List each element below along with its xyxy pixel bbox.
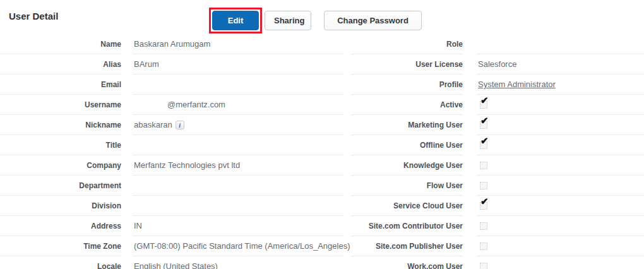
field-label: Knowledge User xyxy=(351,155,463,176)
field-value-cell: IN xyxy=(133,216,344,236)
field-value: (GMT-08:00) Pacific Standard Time (Ameri… xyxy=(134,241,350,251)
field-value: IN xyxy=(134,221,142,230)
toolbar: Edit Sharing Change Password xyxy=(209,8,422,33)
change-password-button[interactable]: Change Password xyxy=(324,11,422,30)
field-value-cell xyxy=(477,256,644,269)
checkbox-checked-icon: ✔ xyxy=(480,101,487,109)
field-value-cell xyxy=(477,155,644,176)
field-value: Baskaran Arumugam xyxy=(134,39,210,49)
field-label: Time Zone xyxy=(0,236,121,256)
field-value: @merfantz.com xyxy=(134,100,225,109)
check-icon: ✔ xyxy=(480,136,489,145)
check-icon: ✔ xyxy=(480,196,489,206)
field-label: Nickname xyxy=(0,115,121,135)
checkbox-unchecked-icon xyxy=(480,263,487,269)
field-label: Site.com Publisher User xyxy=(351,236,463,256)
user-detail-page: User Detail Edit Sharing Change Password… xyxy=(0,0,644,269)
field-value: BArum xyxy=(134,59,159,69)
field-value-cell: ✔ xyxy=(477,196,644,216)
field-value: Merfantz Technologies pvt ltd xyxy=(134,160,240,170)
field-label: Division xyxy=(0,196,121,216)
field-label: Site.com Contributor User xyxy=(351,216,463,236)
user-detail-table: NameBaskaran ArumugamRoleAliasBArumUser … xyxy=(0,34,644,269)
field-value-cell xyxy=(477,236,644,256)
edit-button[interactable]: Edit xyxy=(212,11,259,30)
field-label: Active xyxy=(351,95,463,115)
field-value-cell xyxy=(477,34,644,54)
check-icon: ✔ xyxy=(480,116,489,125)
edit-annotation-box: Edit xyxy=(209,8,262,33)
checkbox-checked-icon: ✔ xyxy=(480,121,487,129)
field-value-cell: (GMT-08:00) Pacific Standard Time (Ameri… xyxy=(133,236,344,256)
checkbox-checked-icon: ✔ xyxy=(480,141,487,149)
info-icon[interactable]: i xyxy=(176,121,184,129)
field-value-cell: @merfantz.com xyxy=(133,95,344,115)
detail-header: User Detail Edit Sharing Change Password xyxy=(0,0,644,34)
field-label: Role xyxy=(351,34,463,54)
field-value-cell: ✔ xyxy=(477,95,644,115)
checkbox-unchecked-icon xyxy=(480,222,487,230)
field-value-cell xyxy=(133,196,344,216)
field-label: Marketing User xyxy=(351,115,463,135)
field-label: Alias xyxy=(0,54,121,75)
checkbox-unchecked-icon xyxy=(480,162,487,169)
field-value-cell: System Administrator xyxy=(477,75,644,95)
check-icon: ✔ xyxy=(480,95,489,105)
field-value: abaskaran xyxy=(134,120,172,129)
field-value-cell: English (United States) xyxy=(133,256,344,269)
checkbox-unchecked-icon xyxy=(480,242,487,250)
field-value-cell: Merfantz Technologies pvt ltd xyxy=(133,155,344,176)
profile-link[interactable]: System Administrator xyxy=(478,80,556,89)
field-label: Work.com User xyxy=(351,256,463,269)
field-label: Company xyxy=(0,155,121,176)
field-label: Department xyxy=(0,176,121,196)
field-value-cell: Salesforce xyxy=(477,54,644,75)
field-label: Locale xyxy=(0,256,121,269)
field-label: Flow User xyxy=(351,176,463,196)
field-value-cell: ✔ xyxy=(477,115,644,135)
field-value-cell xyxy=(133,75,344,95)
field-value-cell: BArum xyxy=(133,54,344,75)
field-value-cell: ✔ xyxy=(477,135,644,155)
field-label: User License xyxy=(351,54,463,75)
field-label: Profile xyxy=(351,75,463,95)
field-value-cell xyxy=(133,176,344,196)
field-value: English (United States) xyxy=(134,261,218,269)
field-value-cell: Baskaran Arumugam xyxy=(133,34,344,54)
field-value-cell: abaskarani xyxy=(133,115,344,135)
field-label: Offline User xyxy=(351,135,463,155)
field-label: Title xyxy=(0,135,121,155)
field-value-cell xyxy=(477,176,644,196)
field-value-cell xyxy=(133,135,344,155)
field-label: Name xyxy=(0,34,121,54)
page-title: User Detail xyxy=(9,11,58,21)
field-label: Email xyxy=(0,75,121,95)
checkbox-checked-icon: ✔ xyxy=(480,202,487,210)
field-label: Username xyxy=(0,95,121,115)
field-value-cell xyxy=(477,216,644,236)
field-label: Address xyxy=(0,216,121,236)
field-label: Service Cloud User xyxy=(351,196,463,216)
checkbox-unchecked-icon xyxy=(480,182,487,189)
sharing-button[interactable]: Sharing xyxy=(265,11,311,30)
field-value: Salesforce xyxy=(478,59,516,69)
